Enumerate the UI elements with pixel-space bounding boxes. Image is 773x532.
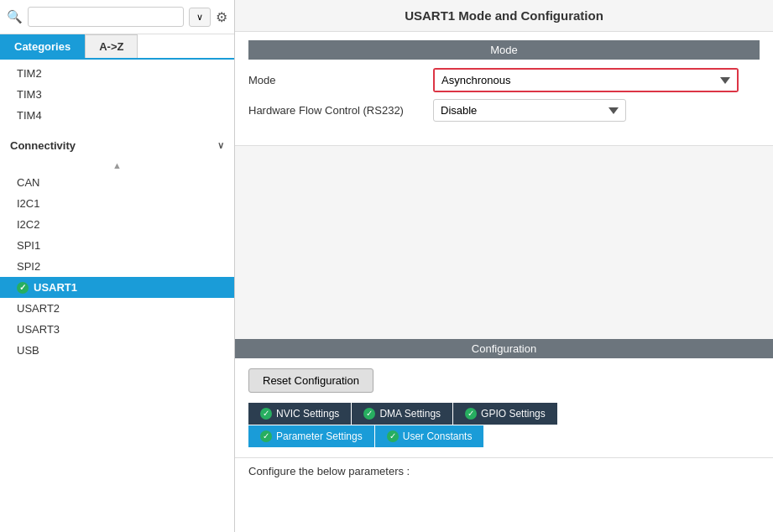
tabs-row-2: ✓ Parameter Settings ✓ User Constants: [248, 425, 760, 447]
connectivity-section-header[interactable]: Connectivity ∨: [0, 133, 234, 159]
mode-label: Mode: [248, 74, 433, 86]
tab-parameter-settings[interactable]: ✓ Parameter Settings: [248, 425, 374, 447]
config-section-header: Configuration: [235, 339, 773, 358]
tabs-row-1: ✓ NVIC Settings ✓ DMA Settings ✓ GPIO Se…: [248, 403, 760, 425]
sidebar-item-usart2[interactable]: USART2: [0, 298, 234, 319]
config-section: Configuration Reset Configuration ✓ NVIC…: [235, 339, 773, 532]
sidebar-item-spi1[interactable]: SPI1: [0, 235, 234, 256]
hw-flow-row: Hardware Flow Control (RS232) Disable En…: [248, 99, 760, 122]
tab-dma-settings[interactable]: ✓ DMA Settings: [352, 403, 452, 425]
hw-flow-select[interactable]: Disable Enable: [433, 99, 626, 122]
connectivity-chevron-icon: ∨: [217, 140, 224, 151]
sidebar-item-i2c2[interactable]: I2C2: [0, 214, 234, 235]
nvic-check-icon: ✓: [260, 408, 272, 420]
tab-user-constants[interactable]: ✓ User Constants: [375, 425, 484, 447]
sidebar-item-tim2[interactable]: TIM2: [0, 63, 234, 84]
reset-configuration-button[interactable]: Reset Configuration: [248, 368, 373, 393]
tab-az[interactable]: A->Z: [85, 34, 138, 58]
user-const-check-icon: ✓: [387, 430, 399, 442]
search-input[interactable]: [28, 7, 184, 27]
param-text: Configure the below parameters :: [235, 457, 773, 484]
sidebar: 🔍 ∨ ⚙ Categories A->Z TIM2 TIM3 TIM4 Con…: [0, 0, 235, 532]
sidebar-item-usb[interactable]: USB: [0, 340, 234, 361]
tab-gpio-settings[interactable]: ✓ GPIO Settings: [453, 403, 557, 425]
mode-select[interactable]: Asynchronous Synchronous Disable: [435, 70, 737, 91]
sidebar-item-i2c1[interactable]: I2C1: [0, 193, 234, 214]
mode-section: Mode Mode Asynchronous Synchronous Disab…: [235, 32, 773, 146]
mode-row: Mode Asynchronous Synchronous Disable: [248, 68, 760, 92]
dma-label: DMA Settings: [379, 408, 441, 420]
param-check-icon: ✓: [260, 430, 272, 442]
sidebar-list: TIM2 TIM3 TIM4 Connectivity ∨ ▲ CAN I2C1…: [0, 60, 234, 532]
usart1-check-icon: ✓: [17, 282, 29, 294]
search-icon: 🔍: [7, 9, 23, 24]
mode-select-wrapper: Asynchronous Synchronous Disable: [433, 68, 739, 92]
search-dropdown-button[interactable]: ∨: [189, 8, 211, 27]
sidebar-item-usart1[interactable]: ✓ USART1: [0, 277, 234, 298]
panel-title: USART1 Mode and Configuration: [235, 0, 773, 32]
tab-categories[interactable]: Categories: [0, 34, 85, 58]
sidebar-item-usart1-label: USART1: [34, 281, 77, 294]
right-panel: USART1 Mode and Configuration Mode Mode …: [235, 0, 773, 532]
user-const-label: User Constants: [403, 430, 473, 442]
search-bar: 🔍 ∨ ⚙: [0, 0, 234, 34]
gpio-check-icon: ✓: [465, 408, 477, 420]
scroll-up-indicator: ▲: [0, 159, 234, 172]
dma-check-icon: ✓: [363, 408, 375, 420]
tab-nvic-settings[interactable]: ✓ NVIC Settings: [248, 403, 351, 425]
hw-flow-label: Hardware Flow Control (RS232): [248, 104, 433, 117]
sidebar-item-spi2[interactable]: SPI2: [0, 256, 234, 277]
mode-section-header: Mode: [248, 40, 760, 60]
sidebar-item-tim4[interactable]: TIM4: [0, 105, 234, 126]
category-tabs: Categories A->Z: [0, 34, 234, 60]
sidebar-item-tim3[interactable]: TIM3: [0, 84, 234, 105]
settings-gear-button[interactable]: ⚙: [216, 9, 227, 25]
param-label: Parameter Settings: [276, 430, 363, 442]
nvic-label: NVIC Settings: [276, 408, 339, 420]
empty-space: [235, 146, 773, 339]
sidebar-item-can[interactable]: CAN: [0, 172, 234, 193]
sidebar-item-usart3[interactable]: USART3: [0, 319, 234, 340]
connectivity-label: Connectivity: [10, 139, 76, 152]
config-body: Reset Configuration ✓ NVIC Settings ✓ DM…: [235, 358, 773, 457]
gpio-label: GPIO Settings: [481, 408, 546, 420]
